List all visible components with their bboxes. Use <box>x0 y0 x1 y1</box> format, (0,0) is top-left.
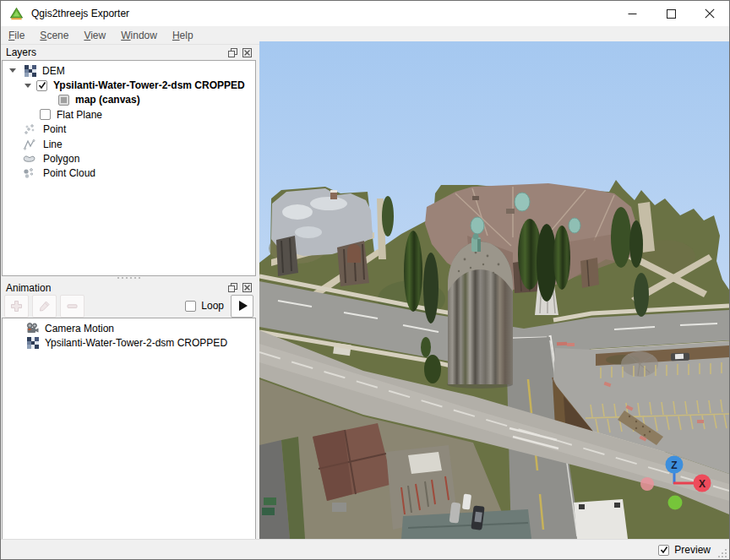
neg-x-axis-handle[interactable] <box>640 477 654 491</box>
three-d-viewport[interactable]: Z X <box>259 41 729 539</box>
plus-icon <box>10 300 23 313</box>
line-layer-icon <box>23 138 35 150</box>
layer-label: DEM <box>42 65 65 77</box>
water-tower <box>447 234 513 389</box>
animation-item-label: Camera Motion <box>45 323 114 334</box>
layer-label: Line <box>43 139 63 150</box>
animation-float-button[interactable] <box>227 282 238 293</box>
layer-label: Polygon <box>43 153 79 165</box>
z-axis-label: Z <box>671 459 677 471</box>
layer-row-dem[interactable]: DEM <box>3 63 255 78</box>
play-animation-button[interactable] <box>231 295 253 318</box>
x-axis-label: X <box>699 478 705 490</box>
layers-dock-title: Layers <box>6 46 36 58</box>
minus-icon <box>66 300 79 313</box>
close-button[interactable] <box>690 1 729 26</box>
layer-row-line[interactable]: Line <box>3 137 255 151</box>
pencil-icon <box>38 300 51 313</box>
polygon-layer-icon <box>23 153 35 166</box>
preview-label: Preview <box>674 544 711 556</box>
remove-keyframe-button[interactable] <box>60 295 84 318</box>
animation-row-camera-motion[interactable]: Camera Motion <box>3 321 255 335</box>
layer-row-flat-plane[interactable]: Flat Plane <box>3 107 255 122</box>
qgis2threejs-exporter-window: Qgis2threejs Exporter File Scene View Wi… <box>0 0 730 560</box>
raster-checker-icon <box>26 337 39 350</box>
app-logo-icon <box>9 8 24 20</box>
layer-row-point-cloud[interactable]: Point Cloud <box>3 166 255 181</box>
layer-row-dsm[interactable]: Ypsilanti-Water-Tower-2-dsm CROPPED <box>3 78 255 92</box>
close-icon <box>242 48 252 57</box>
animation-dock-title: Animation <box>6 282 51 294</box>
layer-row-polygon[interactable]: Polygon <box>3 151 255 166</box>
titlebar: Qgis2threejs Exporter <box>1 1 729 26</box>
menu-scene[interactable]: Scene <box>32 28 76 43</box>
animation-dock-titlebar: Animation <box>1 280 256 295</box>
layer-checkbox-partial[interactable] <box>58 95 69 106</box>
layer-checkbox-unchecked[interactable] <box>40 109 51 120</box>
layer-row-point[interactable]: Point <box>3 122 255 137</box>
close-icon <box>242 283 252 292</box>
layer-label: map (canvas) <box>75 94 140 106</box>
animation-toolbar: Loop <box>1 294 256 318</box>
layers-tree-panel: DEM Ypsilanti-Water-Tower-2-dsm CROPPED … <box>2 60 256 276</box>
raster-checker-icon <box>24 64 36 77</box>
animation-tree-panel: Camera Motion Ypsilanti-Water-Tower-2-ds… <box>2 318 256 540</box>
layer-label: Point Cloud <box>43 167 95 179</box>
minimize-icon <box>628 9 637 19</box>
resize-grip[interactable] <box>717 548 727 558</box>
layers-float-button[interactable] <box>227 47 238 58</box>
menu-help[interactable]: Help <box>165 28 201 43</box>
menu-window[interactable]: Window <box>113 28 165 43</box>
minimize-button[interactable] <box>613 1 651 26</box>
animation-close-button[interactable] <box>242 282 253 293</box>
layers-dock-titlebar: Layers <box>1 45 256 60</box>
point-layer-icon <box>23 123 35 136</box>
animation-item-label: Ypsilanti-Water-Tower-2-dsm CROPPED <box>45 337 227 349</box>
expand-arrow-icon[interactable] <box>25 84 31 88</box>
statusbar: Preview <box>1 539 729 560</box>
layer-row-map-canvas[interactable]: map (canvas) <box>3 93 255 107</box>
play-icon <box>239 301 248 311</box>
maximize-icon <box>667 9 676 19</box>
point-cloud-layer-icon <box>23 167 35 180</box>
animation-row-layer[interactable]: Ypsilanti-Water-Tower-2-dsm CROPPED <box>3 335 255 350</box>
check-icon <box>660 546 668 554</box>
layer-label: Ypsilanti-Water-Tower-2-dsm CROPPED <box>53 79 245 91</box>
float-icon <box>228 48 237 57</box>
loop-label: Loop <box>201 300 224 312</box>
maximize-button[interactable] <box>651 1 690 26</box>
check-icon <box>38 81 46 90</box>
layer-label: Flat Plane <box>57 109 102 121</box>
close-icon <box>705 8 715 19</box>
layer-label: Point <box>43 123 66 135</box>
float-icon <box>228 283 237 292</box>
expand-arrow-icon[interactable] <box>9 68 16 73</box>
preview-checkbox[interactable] <box>658 545 669 556</box>
menu-view[interactable]: View <box>76 28 113 43</box>
loop-checkbox[interactable] <box>185 301 196 312</box>
movie-camera-icon <box>26 322 39 334</box>
layer-checkbox-checked[interactable] <box>36 80 47 91</box>
menu-file[interactable]: File <box>1 28 32 43</box>
y-axis-handle[interactable] <box>668 496 683 510</box>
add-keyframe-button[interactable] <box>4 295 29 318</box>
layers-close-button[interactable] <box>242 47 253 58</box>
window-title: Qgis2threejs Exporter <box>31 8 129 19</box>
edit-keyframe-button[interactable] <box>32 295 57 318</box>
